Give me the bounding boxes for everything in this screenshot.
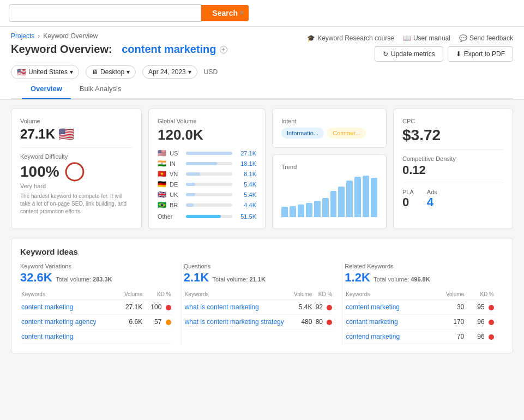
- keyword-row: content marketing: [20, 329, 172, 344]
- ideas-table-header-row: Keywords Volume KD %: [20, 289, 172, 300]
- keyword-row: what is content marketing strategy 480 8…: [184, 315, 334, 329]
- ads-value: 4: [427, 195, 437, 209]
- update-metrics-button[interactable]: ↻ Update metrics: [375, 46, 443, 62]
- ideas-table-head: Keywords Volume KD %: [345, 289, 495, 300]
- ideas-col-title: Related Keywords: [345, 263, 495, 269]
- intent-tag-informational: Informatio...: [281, 128, 324, 139]
- export-pdf-button[interactable]: ⬇ Export to PDF: [448, 46, 513, 62]
- country-bar-fill: [186, 183, 195, 186]
- kd-dot: [489, 320, 494, 325]
- tab-overview[interactable]: Overview: [22, 79, 71, 99]
- kd-dot: [327, 305, 332, 310]
- page-title-prefix: Keyword Overview:: [11, 43, 112, 56]
- ads-label: Ads: [427, 189, 437, 195]
- kd-dot: [166, 320, 171, 325]
- other-label: Other: [158, 213, 183, 220]
- country-bar-fill: [186, 172, 200, 176]
- pla-label: PLA: [402, 189, 414, 195]
- country-bar-bg: [186, 183, 232, 186]
- country-flag-icon: 🇬🇧: [158, 190, 166, 199]
- keyword-volume: 27.1K: [118, 300, 143, 315]
- header-actions: ↻ Update metrics ⬇ Export to PDF: [375, 46, 513, 62]
- country-value: 5.4K: [236, 191, 256, 198]
- search-clear-button[interactable]: ×: [235, 6, 249, 20]
- keyword-link[interactable]: what is content marketing: [185, 303, 259, 311]
- kd-dot: [166, 305, 171, 310]
- country-row: 🇬🇧 UK 5.4K: [158, 190, 256, 199]
- ideas-table-body: what is content marketing 5.4K 92 what i…: [184, 300, 334, 329]
- page-title-keyword: content marketing: [122, 43, 216, 56]
- volume-value: 27.1K 🇺🇸: [20, 127, 132, 142]
- col-kd: KD %: [313, 289, 333, 300]
- keyword-link[interactable]: content marketing: [21, 303, 73, 311]
- trend-bar: [346, 181, 353, 217]
- keyword-volume: [118, 329, 143, 344]
- date-filter[interactable]: Apr 24, 2023 ▾: [142, 65, 197, 79]
- search-input[interactable]: content marketing: [9, 4, 201, 22]
- intent-tag-commercial: Commer...: [327, 128, 366, 139]
- col-keywords: Keywords: [184, 289, 292, 300]
- col-volume: Volume: [433, 289, 465, 300]
- country-flag-icon: 🇧🇷: [158, 201, 166, 209]
- volume-label: Volume: [20, 118, 132, 124]
- ideas-col-header: Questions 2.1K Total volume: 21.1K: [184, 263, 334, 285]
- col-volume: Volume: [118, 289, 143, 300]
- global-volume-card: Global Volume 120.0K 🇺🇸 US 27.1K 🇮🇳 IN 1…: [148, 109, 266, 229]
- ideas-table: Keywords Volume KD % content marketing 2…: [20, 289, 172, 344]
- svg-point-1: [66, 163, 83, 181]
- pla-item: PLA 0: [402, 189, 414, 209]
- keyword-link[interactable]: content marketing: [21, 333, 73, 340]
- gv-value: 120.0K: [158, 127, 256, 143]
- breadcrumb-parent[interactable]: Projects: [11, 32, 34, 40]
- trend-bar: [298, 205, 304, 217]
- header-row: Keyword Overview: content marketing +: [11, 43, 227, 56]
- country-flag-icon: 🇻🇳: [158, 170, 166, 178]
- col-kd: KD %: [465, 289, 495, 300]
- country-bar-fill: [186, 203, 194, 207]
- country-filter[interactable]: 🇺🇸 United States ▾: [11, 65, 79, 79]
- keyword-link[interactable]: what is content marketing strategy: [185, 318, 284, 326]
- trend-bar: [363, 176, 369, 217]
- tab-bulk[interactable]: Bulk Analysis: [71, 79, 130, 99]
- ideas-col-count[interactable]: 2.1K: [184, 271, 209, 284]
- trend-chart: [281, 173, 377, 217]
- keyword-row: contend marketing 70 96: [345, 329, 495, 344]
- trend-bar: [330, 191, 337, 217]
- ideas-col-count[interactable]: 32.6K: [20, 271, 52, 284]
- device-filter[interactable]: 🖥 Desktop ▾: [86, 65, 136, 79]
- add-keyword-icon[interactable]: +: [220, 46, 227, 53]
- ideas-col-header: Keyword Variations 32.6K Total volume: 2…: [20, 263, 172, 285]
- keyword-volume: 5.4K: [292, 300, 314, 315]
- country-code: IN: [170, 160, 183, 167]
- feedback-link[interactable]: 💬 Send feedback: [459, 34, 513, 42]
- keyword-link[interactable]: content marketing agency: [21, 318, 96, 326]
- ads-item: Ads 4: [427, 189, 437, 209]
- other-row: Other 51.5K: [158, 213, 256, 220]
- kd-dot: [327, 320, 332, 325]
- chat-icon: 💬: [459, 34, 467, 42]
- keyword-kd: 57: [143, 315, 172, 329]
- chevron-down-icon3: ▾: [188, 68, 191, 76]
- ideas-col-title: Keyword Variations: [20, 263, 172, 269]
- main-content: Volume 27.1K 🇺🇸 Keyword Difficulty 100% …: [0, 100, 524, 362]
- keyword-volume: 170: [433, 315, 465, 329]
- kd-circle-chart: [65, 162, 85, 182]
- keyword-ideas-grid: Keyword Variations 32.6K Total volume: 2…: [20, 263, 504, 344]
- country-code: DE: [170, 181, 183, 188]
- desktop-icon: 🖥: [92, 68, 98, 76]
- keyword-link[interactable]: contant marketing: [346, 318, 397, 326]
- country-bar-bg: [186, 162, 232, 165]
- page-header: Projects › Keyword Overview Keyword Over…: [0, 27, 524, 100]
- keyword-link[interactable]: contend marketing: [346, 333, 400, 340]
- ideas-col-count[interactable]: 1.2K: [345, 271, 370, 284]
- keyword-link[interactable]: comtent marketing: [346, 303, 400, 311]
- intent-label: Intent: [281, 118, 377, 124]
- country-row: 🇧🇷 BR 4.4K: [158, 201, 256, 209]
- course-link[interactable]: 🎓 Keyword Research course: [307, 34, 394, 42]
- keyword-volume: 70: [433, 329, 465, 344]
- pla-value: 0: [402, 195, 414, 209]
- kd-value-row: 100%: [20, 162, 132, 182]
- manual-link[interactable]: 📖 User manual: [403, 34, 450, 42]
- tabs: Overview Bulk Analysis: [11, 79, 513, 99]
- keyword-row: comtent marketing 30 95: [345, 300, 495, 315]
